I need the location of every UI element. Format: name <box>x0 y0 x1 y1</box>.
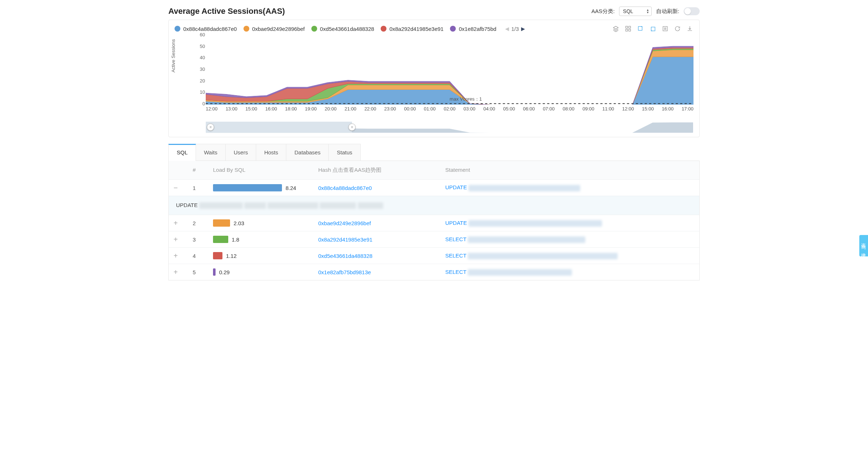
row-hash-link[interactable]: 0xbae9d249e2896bef <box>318 220 445 226</box>
x-tick: 21:00 <box>344 106 356 112</box>
legend-swatch-icon <box>175 26 180 32</box>
sql-table: # Load By SQL Hash 点击查看AAS趋势图 Statement … <box>168 161 700 280</box>
col-hash: Hash 点击查看AAS趋势图 <box>318 167 445 174</box>
list-icon[interactable] <box>662 25 669 32</box>
legend-item[interactable]: 0x1e82afb75bd <box>450 26 496 32</box>
row-load: 1.8 <box>213 236 318 243</box>
chart-legend: 0x88c4a88dadc867e00xbae9d249e2896bef0xd5… <box>175 26 525 32</box>
auto-refresh-label: 自动刷新: <box>656 8 679 15</box>
row-statement[interactable]: SELECT <box>445 252 696 259</box>
svg-rect-4 <box>638 27 642 31</box>
tab-waits[interactable]: Waits <box>196 144 226 161</box>
y-tick: 60 <box>196 32 205 37</box>
row-load: 2.03 <box>213 219 318 227</box>
category-select[interactable]: SQL ▲▼ <box>619 7 652 16</box>
y-tick: 10 <box>196 89 205 95</box>
y-axis-label: Active Sessions <box>171 39 176 73</box>
col-load: Load By SQL <box>213 167 318 174</box>
tab-users[interactable]: Users <box>225 144 256 161</box>
grid-icon[interactable] <box>625 25 632 32</box>
row-rank: 4 <box>193 253 213 259</box>
legend-item[interactable]: 0xbae9d249e2896bef <box>243 26 305 32</box>
x-tick: 16:00 <box>662 106 674 112</box>
row-hash-link[interactable]: 0x88c4a88dadc867e0 <box>318 185 445 191</box>
row-statement[interactable]: SELECT <box>445 236 696 243</box>
x-tick: 12:00 <box>622 106 634 112</box>
x-tick: 00:00 <box>404 106 416 112</box>
zoom-reset-icon[interactable] <box>649 25 656 32</box>
row-hash-link[interactable]: 0x1e82afb75bd9813e <box>318 269 445 275</box>
svg-rect-2 <box>626 29 627 31</box>
table-header: # Load By SQL Hash 点击查看AAS趋势图 Statement <box>169 161 699 179</box>
tab-status[interactable]: Status <box>328 144 361 161</box>
x-tick: 04:00 <box>483 106 495 112</box>
scrubber-handle-right[interactable]: = <box>348 123 356 131</box>
table-row: +31.80x8a292d41985e3e91SELECT <box>169 231 699 247</box>
aas-chart[interactable]: Active Sessions 0102030405060 12:0013:00… <box>175 35 693 122</box>
time-scrubber[interactable]: = = <box>206 122 693 133</box>
legend-prev-icon[interactable]: ◀ <box>505 26 509 32</box>
expand-icon[interactable]: + <box>172 220 179 226</box>
x-tick: 15:00 <box>642 106 654 112</box>
row-statement[interactable]: SELECT <box>445 269 696 276</box>
x-tick: 16:00 <box>265 106 277 112</box>
col-statement: Statement <box>445 167 696 174</box>
y-tick: 30 <box>196 66 205 72</box>
y-tick: 20 <box>196 78 205 83</box>
x-tick: 17:00 <box>681 106 693 112</box>
scrubber-handle-left[interactable]: = <box>207 123 214 131</box>
legend-item[interactable]: 0x88c4a88dadc867e0 <box>175 26 237 32</box>
legend-swatch-icon <box>311 26 317 32</box>
max-vcores-annotation: max Vcores：1 <box>450 96 482 102</box>
y-tick: 40 <box>196 55 205 60</box>
row-statement[interactable]: UPDATE <box>445 220 696 227</box>
table-row: +41.120xd5e43661da488328SELECT <box>169 247 699 264</box>
tab-sql[interactable]: SQL <box>168 144 196 161</box>
legend-label: 0xd5e43661da488328 <box>320 26 374 32</box>
legend-next-icon[interactable]: ▶ <box>521 26 525 32</box>
refresh-icon[interactable] <box>674 25 681 32</box>
layers-icon[interactable] <box>612 25 619 32</box>
x-tick: 08:00 <box>563 106 575 112</box>
col-rank: # <box>193 167 213 174</box>
y-tick: 0 <box>196 101 205 106</box>
legend-swatch-icon <box>450 26 456 32</box>
tab-databases[interactable]: Databases <box>286 144 329 161</box>
svg-rect-0 <box>626 26 627 28</box>
detail-tabs: SQLWaitsUsersHostsDatabasesStatus <box>168 144 700 161</box>
row-detail-panel: UPDATE <box>169 196 699 215</box>
download-icon[interactable] <box>686 25 693 32</box>
expand-icon[interactable]: + <box>172 269 179 275</box>
legend-item[interactable]: 0xd5e43661da488328 <box>311 26 374 32</box>
legend-label: 0x1e82afb75bd <box>459 26 496 32</box>
row-hash-link[interactable]: 0x8a292d41985e3e91 <box>318 236 445 243</box>
select-chevrons-icon: ▲▼ <box>646 9 649 14</box>
feedback-side-tab[interactable]: 咨询·建议 <box>859 235 868 256</box>
y-tick: 50 <box>196 43 205 49</box>
x-tick: 11:00 <box>602 106 614 112</box>
row-rank: 2 <box>193 220 213 226</box>
expand-icon[interactable]: + <box>172 236 179 243</box>
x-tick: 20:00 <box>325 106 337 112</box>
x-tick: 05:00 <box>503 106 515 112</box>
legend-item[interactable]: 0x8a292d41985e3e91 <box>381 26 443 32</box>
legend-label: 0x8a292d41985e3e91 <box>389 26 443 32</box>
collapse-icon[interactable]: − <box>172 185 179 191</box>
row-statement[interactable]: UPDATE <box>445 184 696 191</box>
svg-rect-3 <box>629 29 631 31</box>
x-tick: 18:00 <box>285 106 297 112</box>
legend-swatch-icon <box>243 26 249 32</box>
x-tick: 03:00 <box>463 106 475 112</box>
row-hash-link[interactable]: 0xd5e43661da488328 <box>318 253 445 259</box>
x-tick: 06:00 <box>523 106 535 112</box>
table-row: +50.290x1e82afb75bd9813eSELECT <box>169 264 699 280</box>
expand-icon[interactable]: + <box>172 252 179 259</box>
row-rank: 1 <box>193 185 213 191</box>
tab-hosts[interactable]: Hosts <box>256 144 286 161</box>
category-select-value: SQL <box>623 8 633 14</box>
row-rank: 3 <box>193 236 213 243</box>
x-tick: 13:00 <box>226 106 238 112</box>
auto-refresh-toggle[interactable] <box>684 7 700 15</box>
table-row: −18.240x88c4a88dadc867e0UPDATE <box>169 179 699 196</box>
zoom-in-icon[interactable] <box>637 25 644 32</box>
